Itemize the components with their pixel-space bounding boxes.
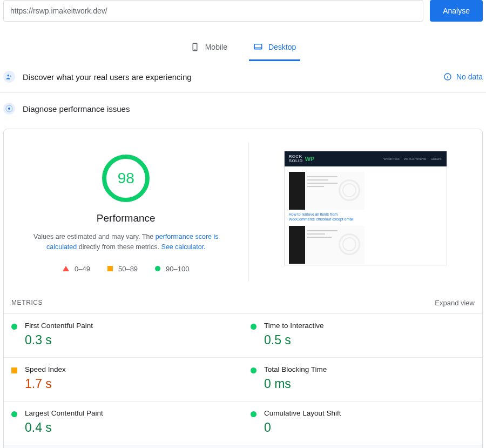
performance-gauge: 98 [102,154,150,203]
info-icon [443,72,452,81]
tab-desktop[interactable]: Desktop [249,37,300,61]
tab-mobile-label: Mobile [205,43,227,51]
diagnose-icon [3,103,15,115]
no-data-link[interactable]: No data [443,72,483,81]
status-dot-icon [251,324,256,330]
performance-score: 98 [102,154,150,203]
performance-label: Performance [97,212,156,224]
calc-link-2[interactable]: See calculator. [161,243,206,251]
score-legend: 0–49 50–89 90–100 [63,265,189,273]
real-user-section: Discover what your real users are experi… [0,61,486,93]
metric-tti: Time to Interactive0.5 s [243,314,482,358]
report-footer: Captured at 14 Oct 2022, 11:37 EEST Emul… [4,445,482,448]
status-dot-icon [11,324,17,330]
metric-lcp: Largest Contentful Paint0.4 s [4,402,243,445]
real-user-title: Discover what your real users are experi… [23,72,436,82]
metric-cls: Cumulative Layout Shift0 [243,402,482,445]
tab-desktop-label: Desktop [268,43,296,51]
analyse-button[interactable]: Analyse [430,0,483,22]
metric-si: Speed Index1.7 s [4,358,243,402]
circle-icon [155,266,160,271]
diagnose-title: Diagnose performance issues [23,104,483,113]
metrics-grid: First Contentful Paint0.3 s Time to Inte… [4,314,482,445]
desktop-icon [253,42,263,52]
legend-mid: 50–89 [107,265,138,273]
device-tabs: Mobile Desktop [0,37,486,61]
svg-point-5 [10,76,11,77]
status-dot-icon [251,411,256,417]
metric-fcp: First Contentful Paint0.3 s [4,314,243,358]
status-dot-icon [251,367,256,373]
svg-point-10 [8,108,10,110]
square-icon [107,266,113,271]
url-input[interactable] [3,0,423,22]
metric-tbt: Total Blocking Time0 ms [243,358,482,402]
mobile-icon [190,42,200,52]
legend-poor: 0–49 [63,265,90,273]
svg-point-4 [8,75,10,77]
performance-description: Values are estimated and may vary. The p… [20,232,232,253]
lighthouse-report: 98 Performance Values are estimated and … [3,129,483,448]
expand-view-toggle[interactable]: Expand view [435,299,475,307]
page-screenshot: ROCK SOLID WP WordPress WooCommerce Gene… [284,151,447,265]
no-data-label: No data [456,72,483,81]
status-dot-icon [11,411,17,417]
status-dot-icon [11,367,17,373]
legend-good: 90–100 [155,265,189,273]
users-icon [3,71,15,83]
svg-rect-2 [254,44,262,49]
diagnose-section: Diagnose performance issues [0,93,486,124]
tab-mobile[interactable]: Mobile [186,37,232,61]
metrics-heading: METRICS [11,299,43,306]
triangle-icon [63,266,69,271]
